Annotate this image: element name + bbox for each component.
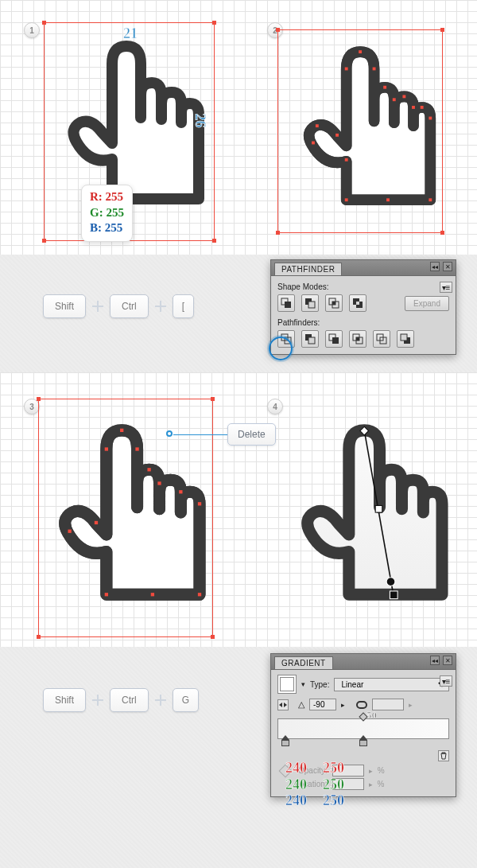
svg-rect-39 (105, 447, 108, 450)
svg-rect-42 (147, 468, 150, 471)
gradient-angle-input[interactable] (309, 699, 336, 710)
gradient-aspect-input (372, 699, 404, 710)
svg-rect-10 (345, 198, 348, 201)
highlight-divide (269, 337, 293, 360)
svg-rect-45 (198, 502, 201, 505)
svg-rect-47 (105, 593, 108, 596)
svg-rect-49 (68, 530, 71, 533)
pathfinder-panel: PATHFINDER ◂◂ ✕ ▾≡ Shape Modes: Expand P… (270, 259, 456, 355)
svg-rect-40 (120, 429, 123, 432)
panel-minimize-icon[interactable]: ◂◂ (430, 262, 440, 271)
hand-cursor-step3 (40, 404, 211, 631)
panel-menu-icon[interactable]: ▾≡ (440, 675, 452, 687)
pathfinder-tab[interactable]: PATHFINDER (274, 263, 342, 275)
svg-rect-50 (95, 521, 98, 524)
svg-rect-13 (316, 124, 319, 127)
callout-line (173, 434, 229, 435)
svg-rect-11 (386, 198, 390, 201)
key-bracket: [ (173, 294, 194, 318)
pathfinder-outline[interactable] (373, 330, 390, 348)
svg-rect-55 (390, 591, 398, 599)
svg-rect-5 (402, 95, 405, 98)
svg-rect-19 (308, 302, 315, 308)
svg-rect-4 (393, 98, 396, 101)
shapemode-unite[interactable] (277, 294, 295, 312)
svg-rect-14 (335, 134, 339, 137)
svg-rect-22 (332, 302, 335, 305)
dimension-side: 26 (192, 114, 208, 128)
gradient-stop-mid[interactable] (359, 735, 367, 746)
svg-rect-29 (308, 337, 315, 344)
svg-rect-31 (332, 337, 339, 344)
dimension-top: 21 (123, 25, 138, 42)
plus-icon (155, 301, 166, 312)
shortcut-row-1: Shift Ctrl [ (43, 294, 194, 318)
key-g: G (173, 688, 199, 712)
svg-point-54 (386, 578, 395, 586)
svg-rect-38 (401, 334, 407, 341)
pathfinder-merge[interactable] (325, 330, 343, 348)
shapemode-minus-front[interactable] (301, 294, 319, 312)
aspect-icon (356, 701, 367, 709)
svg-rect-48 (151, 593, 154, 596)
plus-icon (92, 301, 103, 312)
plus-icon (92, 695, 103, 706)
panel-menu-icon[interactable]: ▾≡ (440, 282, 452, 293)
shape-modes-label: Shape Modes: (277, 282, 449, 291)
plus-icon (155, 695, 166, 706)
stop-left-values: 240 240 240 (285, 760, 307, 809)
gradient-swatch[interactable] (277, 675, 297, 694)
svg-rect-46 (198, 593, 201, 596)
panel-close-icon[interactable]: ✕ (443, 262, 452, 271)
svg-rect-15 (345, 158, 348, 162)
delete-callout: Delete (227, 423, 276, 446)
gradient-slider[interactable] (277, 718, 449, 739)
key-ctrl-1: Ctrl (110, 294, 149, 318)
svg-rect-41 (135, 447, 138, 450)
key-shift-1: Shift (43, 294, 86, 318)
svg-rect-1 (359, 50, 362, 53)
svg-rect-25 (356, 302, 359, 305)
hand-cursor-step2 (284, 30, 443, 231)
step-badge-3: 3 (24, 399, 40, 415)
svg-rect-17 (285, 302, 291, 308)
panel-close-icon[interactable]: ✕ (443, 656, 452, 665)
gradient-tab[interactable]: GRADIENT (274, 656, 333, 669)
shapemode-intersect[interactable] (325, 294, 343, 312)
svg-rect-3 (383, 86, 386, 89)
gradient-panel: GRADIENT ◂◂ ✕ ▾≡ ▾ Type: Linear △ (270, 653, 456, 797)
pct-label: % (378, 766, 385, 775)
svg-rect-43 (157, 481, 161, 485)
panel-minimize-icon[interactable]: ◂◂ (430, 656, 440, 665)
svg-rect-9 (429, 198, 432, 201)
svg-rect-6 (412, 106, 415, 109)
svg-rect-8 (429, 117, 432, 120)
svg-rect-0 (345, 68, 348, 71)
key-ctrl-2: Ctrl (110, 688, 149, 712)
svg-rect-12 (312, 142, 315, 145)
swatch-dropdown-icon[interactable]: ▾ (301, 680, 305, 688)
gradient-type-select[interactable]: Linear (334, 678, 449, 691)
shortcut-row-2: Shift Ctrl G (43, 688, 199, 712)
pathfinder-minus-back[interactable] (397, 330, 414, 348)
delete-stop-icon[interactable] (438, 750, 449, 761)
type-label: Type: (310, 680, 329, 689)
reverse-gradient-icon[interactable] (277, 699, 289, 710)
expand-button[interactable]: Expand (405, 296, 449, 311)
stop-right-values: 250 250 250 (323, 760, 344, 809)
pathfinder-crop[interactable] (349, 330, 366, 348)
key-shift-2: Shift (43, 688, 86, 712)
pct-label: % (378, 780, 385, 788)
pathfinders-label: Pathfinders: (277, 318, 449, 327)
step-badge-1: 1 (24, 22, 40, 38)
rgb-readout: R: 255 G: 255 B: 255 (81, 185, 133, 242)
svg-rect-53 (375, 505, 382, 512)
gradient-stop-left[interactable] (281, 735, 289, 746)
svg-rect-34 (356, 337, 359, 341)
svg-rect-2 (373, 68, 376, 71)
shapemode-exclude[interactable] (349, 294, 366, 312)
callout-origin (166, 430, 173, 437)
hand-cursor-step4 (282, 404, 453, 631)
pathfinder-trim[interactable] (301, 330, 319, 348)
svg-rect-44 (179, 490, 182, 493)
